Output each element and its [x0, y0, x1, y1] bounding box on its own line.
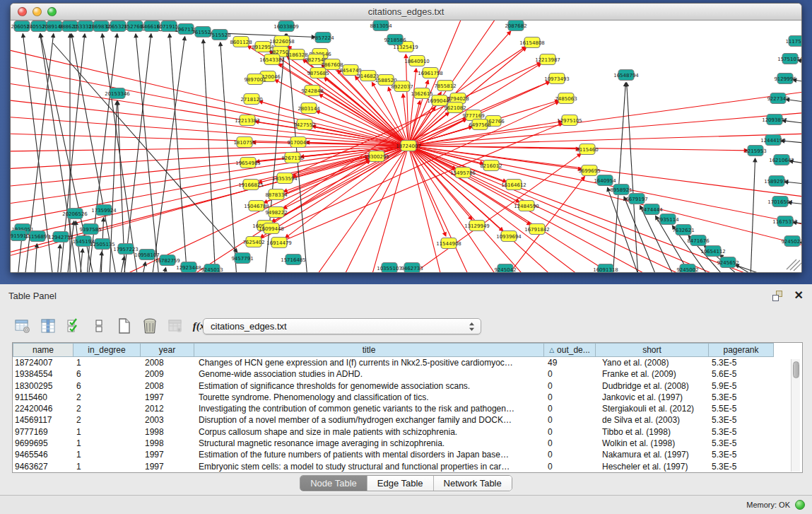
table-cell[interactable]: 6 — [73, 368, 141, 380]
column-header-pagerank[interactable]: pagerank — [709, 343, 774, 357]
table-cell[interactable]: 49 — [544, 357, 596, 368]
table-cell[interactable]: Changes of HCN gene expression and I(f) … — [194, 357, 544, 368]
table-cell[interactable]: 18724007 — [13, 357, 73, 368]
table-cell[interactable]: Hescheler et al. (1997) — [596, 461, 709, 472]
table-row[interactable]: 946362711997Embryonic stem cells: a mode… — [13, 461, 802, 472]
table-row[interactable]: 969969511998Structural magnetic resonanc… — [13, 438, 802, 449]
resize-grip[interactable] — [787, 259, 802, 271]
column-header-in_degree[interactable]: in_degree — [73, 343, 141, 357]
table-cell[interactable]: 14569117 — [13, 414, 73, 426]
table-cell[interactable]: 9699695 — [13, 438, 73, 449]
table-cell[interactable]: Genome-wide association studies in ADHD. — [194, 368, 544, 380]
table-cell[interactable]: Stergiakouli et al. (2012) — [596, 403, 709, 414]
table-cell[interactable]: 1997 — [141, 461, 194, 472]
table-cell[interactable]: 2 — [73, 392, 141, 403]
table-row[interactable]: 1938455462009Genome-wide association stu… — [13, 368, 802, 380]
table-cell[interactable]: 0 — [544, 461, 596, 472]
table-cell[interactable]: 1998 — [141, 426, 194, 438]
table-cell[interactable]: 1 — [73, 449, 141, 460]
table-row[interactable]: 946554611997Estimation of the future num… — [13, 449, 802, 460]
tab-network-table[interactable]: Network Table — [433, 476, 512, 491]
memory-status-indicator[interactable] — [795, 500, 805, 510]
table-cell[interactable]: 5.3E-5 — [709, 414, 774, 426]
table-cell[interactable]: Yano et al. (2008) — [596, 357, 709, 368]
table-cell[interactable]: 0 — [544, 438, 596, 449]
table-cell[interactable]: 1 — [73, 426, 141, 438]
network-window-titlebar[interactable]: citations_edges.txt — [11, 4, 801, 21]
table-row[interactable]: 1872400712008Changes of HCN gene express… — [13, 357, 802, 368]
column-header-title[interactable]: title — [194, 343, 544, 357]
table-cell[interactable]: Investigating the contribution of common… — [194, 403, 544, 414]
table-cell[interactable]: Jankovic et al. (1997) — [596, 392, 709, 403]
table-cell[interactable]: Nakamura et al. (1997) — [596, 449, 709, 460]
delete-table-button[interactable] — [167, 317, 184, 334]
table-row[interactable]: 2242004622012Investigating the contribut… — [13, 403, 802, 414]
table-cell[interactable]: 5.5E-5 — [709, 403, 774, 414]
table-cell[interactable]: 9465546 — [13, 449, 73, 460]
table-cell[interactable]: 2008 — [141, 380, 194, 392]
table-cell[interactable]: 5.9E-5 — [709, 380, 774, 392]
table-cell[interactable]: 5.3E-5 — [709, 449, 774, 460]
table-cell[interactable]: 2009 — [141, 368, 194, 380]
table-cell[interactable]: 22420046 — [13, 403, 73, 414]
close-panel-icon[interactable]: ✕ — [794, 291, 804, 300]
table-cell[interactable]: 5.3E-5 — [709, 357, 774, 368]
table-mode-button[interactable] — [14, 317, 31, 334]
table-cell[interactable]: 1 — [73, 461, 141, 472]
tab-node-table[interactable]: Node Table — [300, 476, 367, 491]
table-cell[interactable]: 5.6E-5 — [709, 368, 774, 380]
table-cell[interactable]: 9777169 — [13, 426, 73, 438]
select-columns-button[interactable] — [65, 317, 82, 334]
table-row[interactable]: 911546021997Tourette syndrome. Phenomeno… — [13, 392, 802, 403]
table-cell[interactable]: Embryonic stem cells: a model to study s… — [194, 461, 544, 472]
table-scrollbar-thumb[interactable] — [793, 361, 799, 378]
table-cell[interactable]: Dudbridge et al. (2008) — [596, 380, 709, 392]
table-cell[interactable]: Wolkin et al. (1998) — [596, 438, 709, 449]
table-cell[interactable]: 19384554 — [13, 368, 73, 380]
table-cell[interactable]: 5.3E-5 — [709, 461, 774, 472]
table-cell[interactable]: 2008 — [141, 357, 194, 368]
close-window-button[interactable] — [18, 7, 27, 16]
table-cell[interactable]: 5.3E-5 — [709, 426, 774, 438]
column-visibility-button[interactable] — [40, 317, 57, 334]
table-cell[interactable]: 2 — [73, 414, 141, 426]
table-cell[interactable]: Estimation of the future numbers of pati… — [194, 449, 544, 460]
table-cell[interactable]: Tibbo et al. (1998) — [596, 426, 709, 438]
table-cell[interactable]: 2003 — [141, 414, 194, 426]
float-panel-icon[interactable] — [772, 291, 783, 301]
table-scrollbar[interactable] — [791, 359, 800, 472]
table-cell[interactable]: 1998 — [141, 438, 194, 449]
table-row[interactable]: 977716911998Corpus callosum shape and si… — [13, 426, 802, 438]
table-cell[interactable]: 0 — [544, 414, 596, 426]
table-cell[interactable]: Disruption of a novel member of a sodium… — [194, 414, 544, 426]
table-cell[interactable]: 1997 — [141, 449, 194, 460]
table-selector-dropdown[interactable]: citations_edges.txt — [203, 318, 481, 334]
delete-column-button[interactable] — [141, 317, 158, 334]
column-header-year[interactable]: year — [141, 343, 194, 357]
network-view[interactable]: 1872400786011288912954182260589827505913… — [11, 21, 802, 273]
column-header-out_de[interactable]: △out_de... — [544, 343, 596, 357]
tab-edge-table[interactable]: Edge Table — [367, 476, 433, 491]
table-cell[interactable]: 2 — [73, 403, 141, 414]
table-cell[interactable]: 5.3E-5 — [709, 392, 774, 403]
table-cell[interactable]: 0 — [544, 392, 596, 403]
column-header-name[interactable]: name — [13, 343, 73, 357]
table-cell[interactable]: 9463627 — [13, 461, 73, 472]
table-row[interactable]: 1830029562008Estimation of significance … — [13, 380, 802, 392]
table-cell[interactable]: Corpus callosum shape and size in male p… — [194, 426, 544, 438]
table-cell[interactable]: 0 — [544, 380, 596, 392]
table-cell[interactable]: 1 — [73, 438, 141, 449]
minimize-window-button[interactable] — [33, 7, 42, 16]
table-cell[interactable]: Tourette syndrome. Phenomenology and cla… — [194, 392, 544, 403]
table-cell[interactable]: 0 — [544, 449, 596, 460]
table-cell[interactable]: Estimation of significance thresholds fo… — [194, 380, 544, 392]
table-cell[interactable]: Franke et al. (2009) — [596, 368, 709, 380]
new-column-button[interactable] — [116, 317, 133, 334]
table-cell[interactable]: 2012 — [141, 403, 194, 414]
table-cell[interactable]: Structural magnetic resonance image aver… — [194, 438, 544, 449]
table-row[interactable]: 1456911722003Disruption of a novel membe… — [13, 414, 802, 426]
table-cell[interactable]: 9115460 — [13, 392, 73, 403]
table-cell[interactable]: 18300295 — [13, 380, 73, 392]
table-cell[interactable]: 6 — [73, 380, 141, 392]
zoom-window-button[interactable] — [47, 7, 57, 16]
